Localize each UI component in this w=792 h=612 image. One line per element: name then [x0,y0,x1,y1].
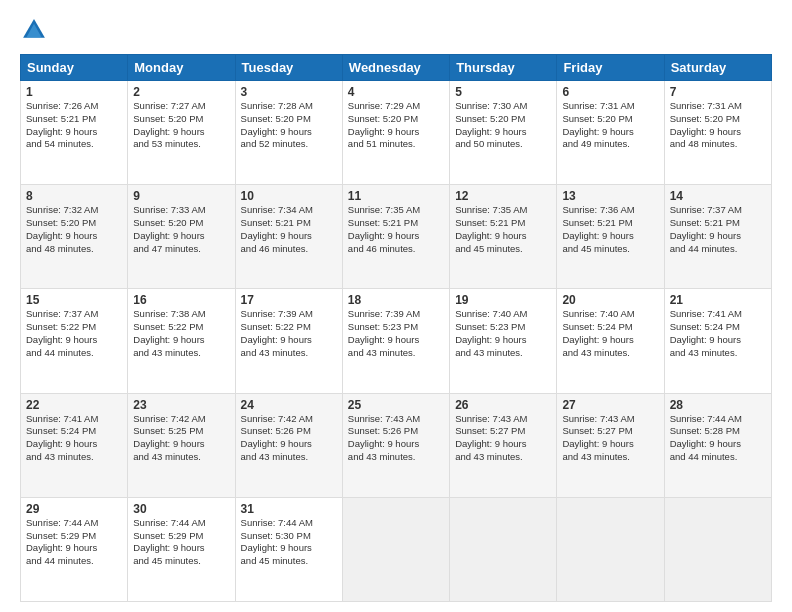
day-number: 23 [133,398,229,412]
day-number: 17 [241,293,337,307]
calendar-cell: 14Sunrise: 7:37 AMSunset: 5:21 PMDayligh… [664,185,771,289]
cell-info: Sunrise: 7:44 AMSunset: 5:29 PMDaylight:… [133,517,229,568]
cell-info: Sunrise: 7:39 AMSunset: 5:23 PMDaylight:… [348,308,444,359]
day-number: 26 [455,398,551,412]
cell-info: Sunrise: 7:43 AMSunset: 5:26 PMDaylight:… [348,413,444,464]
page: SundayMondayTuesdayWednesdayThursdayFrid… [0,0,792,612]
cell-info: Sunrise: 7:40 AMSunset: 5:24 PMDaylight:… [562,308,658,359]
calendar-cell: 18Sunrise: 7:39 AMSunset: 5:23 PMDayligh… [342,289,449,393]
day-number: 5 [455,85,551,99]
day-number: 15 [26,293,122,307]
calendar-cell: 25Sunrise: 7:43 AMSunset: 5:26 PMDayligh… [342,393,449,497]
cell-info: Sunrise: 7:40 AMSunset: 5:23 PMDaylight:… [455,308,551,359]
day-number: 13 [562,189,658,203]
calendar-cell: 3Sunrise: 7:28 AMSunset: 5:20 PMDaylight… [235,81,342,185]
calendar-week-4: 22Sunrise: 7:41 AMSunset: 5:24 PMDayligh… [21,393,772,497]
calendar-header-wednesday: Wednesday [342,55,449,81]
calendar-header-row: SundayMondayTuesdayWednesdayThursdayFrid… [21,55,772,81]
calendar-cell: 5Sunrise: 7:30 AMSunset: 5:20 PMDaylight… [450,81,557,185]
cell-info: Sunrise: 7:26 AMSunset: 5:21 PMDaylight:… [26,100,122,151]
day-number: 8 [26,189,122,203]
cell-info: Sunrise: 7:39 AMSunset: 5:22 PMDaylight:… [241,308,337,359]
calendar-cell: 29Sunrise: 7:44 AMSunset: 5:29 PMDayligh… [21,497,128,601]
day-number: 4 [348,85,444,99]
day-number: 16 [133,293,229,307]
calendar-cell: 12Sunrise: 7:35 AMSunset: 5:21 PMDayligh… [450,185,557,289]
calendar-week-1: 1Sunrise: 7:26 AMSunset: 5:21 PMDaylight… [21,81,772,185]
calendar-cell: 21Sunrise: 7:41 AMSunset: 5:24 PMDayligh… [664,289,771,393]
day-number: 21 [670,293,766,307]
calendar-header-sunday: Sunday [21,55,128,81]
day-number: 24 [241,398,337,412]
cell-info: Sunrise: 7:35 AMSunset: 5:21 PMDaylight:… [455,204,551,255]
day-number: 11 [348,189,444,203]
day-number: 14 [670,189,766,203]
cell-info: Sunrise: 7:31 AMSunset: 5:20 PMDaylight:… [562,100,658,151]
day-number: 19 [455,293,551,307]
day-number: 18 [348,293,444,307]
day-number: 25 [348,398,444,412]
calendar-cell: 11Sunrise: 7:35 AMSunset: 5:21 PMDayligh… [342,185,449,289]
day-number: 28 [670,398,766,412]
day-number: 20 [562,293,658,307]
cell-info: Sunrise: 7:35 AMSunset: 5:21 PMDaylight:… [348,204,444,255]
cell-info: Sunrise: 7:41 AMSunset: 5:24 PMDaylight:… [26,413,122,464]
calendar-cell [664,497,771,601]
cell-info: Sunrise: 7:42 AMSunset: 5:25 PMDaylight:… [133,413,229,464]
cell-info: Sunrise: 7:44 AMSunset: 5:29 PMDaylight:… [26,517,122,568]
day-number: 1 [26,85,122,99]
calendar-cell: 8Sunrise: 7:32 AMSunset: 5:20 PMDaylight… [21,185,128,289]
cell-info: Sunrise: 7:43 AMSunset: 5:27 PMDaylight:… [455,413,551,464]
cell-info: Sunrise: 7:42 AMSunset: 5:26 PMDaylight:… [241,413,337,464]
calendar-cell: 16Sunrise: 7:38 AMSunset: 5:22 PMDayligh… [128,289,235,393]
calendar-table: SundayMondayTuesdayWednesdayThursdayFrid… [20,54,772,602]
cell-info: Sunrise: 7:30 AMSunset: 5:20 PMDaylight:… [455,100,551,151]
calendar-header-saturday: Saturday [664,55,771,81]
calendar-cell: 24Sunrise: 7:42 AMSunset: 5:26 PMDayligh… [235,393,342,497]
calendar-cell: 19Sunrise: 7:40 AMSunset: 5:23 PMDayligh… [450,289,557,393]
cell-info: Sunrise: 7:37 AMSunset: 5:21 PMDaylight:… [670,204,766,255]
cell-info: Sunrise: 7:33 AMSunset: 5:20 PMDaylight:… [133,204,229,255]
day-number: 27 [562,398,658,412]
cell-info: Sunrise: 7:36 AMSunset: 5:21 PMDaylight:… [562,204,658,255]
cell-info: Sunrise: 7:34 AMSunset: 5:21 PMDaylight:… [241,204,337,255]
cell-info: Sunrise: 7:28 AMSunset: 5:20 PMDaylight:… [241,100,337,151]
calendar-cell: 7Sunrise: 7:31 AMSunset: 5:20 PMDaylight… [664,81,771,185]
cell-info: Sunrise: 7:32 AMSunset: 5:20 PMDaylight:… [26,204,122,255]
day-number: 9 [133,189,229,203]
calendar-cell: 1Sunrise: 7:26 AMSunset: 5:21 PMDaylight… [21,81,128,185]
calendar-header-thursday: Thursday [450,55,557,81]
calendar-week-5: 29Sunrise: 7:44 AMSunset: 5:29 PMDayligh… [21,497,772,601]
calendar-cell: 23Sunrise: 7:42 AMSunset: 5:25 PMDayligh… [128,393,235,497]
cell-info: Sunrise: 7:44 AMSunset: 5:30 PMDaylight:… [241,517,337,568]
day-number: 3 [241,85,337,99]
day-number: 30 [133,502,229,516]
calendar-cell: 28Sunrise: 7:44 AMSunset: 5:28 PMDayligh… [664,393,771,497]
calendar-week-2: 8Sunrise: 7:32 AMSunset: 5:20 PMDaylight… [21,185,772,289]
calendar-header-friday: Friday [557,55,664,81]
calendar-cell: 13Sunrise: 7:36 AMSunset: 5:21 PMDayligh… [557,185,664,289]
day-number: 31 [241,502,337,516]
cell-info: Sunrise: 7:31 AMSunset: 5:20 PMDaylight:… [670,100,766,151]
day-number: 29 [26,502,122,516]
day-number: 6 [562,85,658,99]
calendar-cell: 4Sunrise: 7:29 AMSunset: 5:20 PMDaylight… [342,81,449,185]
calendar-cell: 17Sunrise: 7:39 AMSunset: 5:22 PMDayligh… [235,289,342,393]
calendar-cell: 10Sunrise: 7:34 AMSunset: 5:21 PMDayligh… [235,185,342,289]
calendar-cell [450,497,557,601]
cell-info: Sunrise: 7:43 AMSunset: 5:27 PMDaylight:… [562,413,658,464]
day-number: 2 [133,85,229,99]
cell-info: Sunrise: 7:27 AMSunset: 5:20 PMDaylight:… [133,100,229,151]
calendar-cell: 22Sunrise: 7:41 AMSunset: 5:24 PMDayligh… [21,393,128,497]
day-number: 7 [670,85,766,99]
calendar-cell: 20Sunrise: 7:40 AMSunset: 5:24 PMDayligh… [557,289,664,393]
cell-info: Sunrise: 7:29 AMSunset: 5:20 PMDaylight:… [348,100,444,151]
calendar-cell: 2Sunrise: 7:27 AMSunset: 5:20 PMDaylight… [128,81,235,185]
cell-info: Sunrise: 7:41 AMSunset: 5:24 PMDaylight:… [670,308,766,359]
calendar-week-3: 15Sunrise: 7:37 AMSunset: 5:22 PMDayligh… [21,289,772,393]
day-number: 22 [26,398,122,412]
calendar-cell [557,497,664,601]
calendar-cell: 31Sunrise: 7:44 AMSunset: 5:30 PMDayligh… [235,497,342,601]
logo-icon [20,16,48,44]
calendar-cell: 15Sunrise: 7:37 AMSunset: 5:22 PMDayligh… [21,289,128,393]
